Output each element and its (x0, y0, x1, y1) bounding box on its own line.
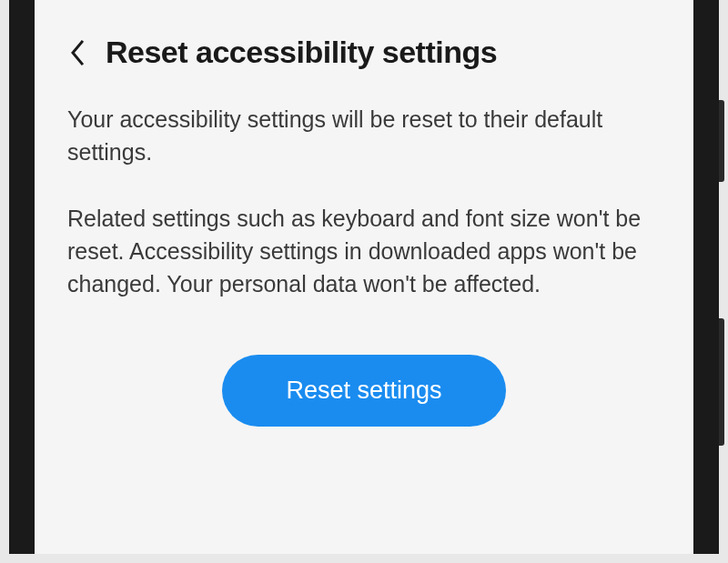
back-icon[interactable] (67, 43, 87, 63)
phone-frame: Reset accessibility settings Your access… (9, 0, 719, 554)
reset-settings-button[interactable]: Reset settings (222, 355, 505, 427)
details-text: Related settings such as keyboard and fo… (67, 202, 661, 301)
phone-side-button (719, 318, 724, 446)
phone-bezel (693, 0, 719, 554)
header: Reset accessibility settings (67, 35, 661, 70)
page-title: Reset accessibility settings (106, 35, 497, 70)
screen: Reset accessibility settings Your access… (35, 0, 693, 554)
description-text: Your accessibility settings will be rese… (67, 103, 661, 169)
phone-side-button (719, 100, 724, 182)
button-container: Reset settings (67, 355, 661, 427)
phone-bezel (9, 0, 35, 554)
